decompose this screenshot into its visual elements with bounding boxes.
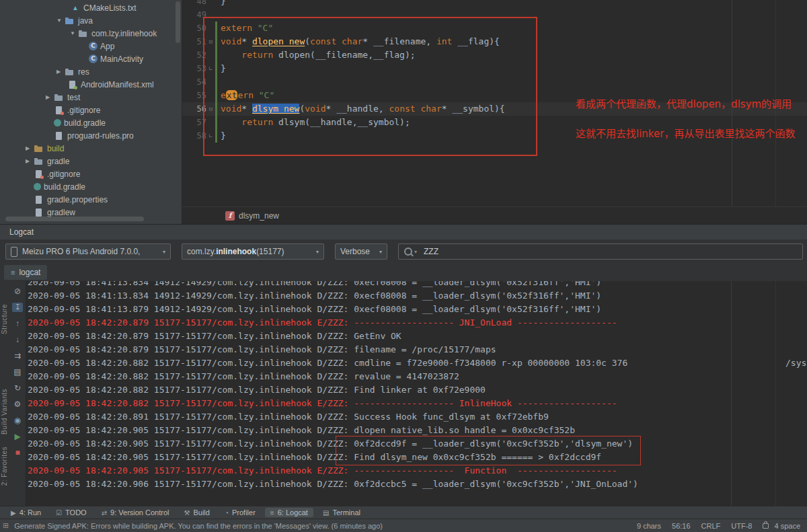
stop-icon[interactable]: ■ [12, 448, 23, 457]
tree-item-gradle-properties[interactable]: gradle.properties [0, 193, 182, 206]
toolwindow-button-label: Terminal [332, 508, 360, 517]
toolwindow-button-terminal[interactable]: ▤Terminal [317, 508, 366, 517]
fold-marker-icon[interactable]: ∟ [206, 129, 215, 143]
screen-record-icon[interactable]: ▶ [12, 432, 23, 441]
code-line[interactable]: 49 [182, 8, 807, 22]
tree-item-com-lzy-inlinehook[interactable]: ▼com.lzy.inlinehook [0, 27, 182, 40]
page-icon [54, 131, 65, 141]
manifest-icon [67, 80, 78, 89]
status-indent[interactable]: 4 space [774, 522, 800, 530]
tree-item-java[interactable]: ▼java [0, 14, 182, 27]
log-line: 2020-09-05 18:42:20.905 15177-15177/com.… [28, 451, 807, 464]
clear-logcat-icon[interactable]: ⊘ [12, 287, 23, 296]
toolwindow-button-todo[interactable]: ☑TODO [50, 508, 92, 517]
process-pid: (15177) [256, 247, 284, 256]
status-message[interactable]: Generate Signed APK: Errors while buildi… [14, 522, 637, 530]
tree-item-build[interactable]: ▶build [0, 142, 182, 155]
fold-marker-icon[interactable]: ⊟ [206, 102, 215, 116]
code-line[interactable]: 48} [182, 0, 807, 8]
project-horizontal-scrollbar[interactable] [5, 217, 144, 221]
tree-arrow-icon[interactable]: ▶ [56, 69, 65, 75]
tree-item-gradle[interactable]: ▶gradle [0, 155, 182, 167]
scroll-up-icon[interactable]: ↑ [12, 319, 23, 328]
code-text: void* dlsym_new(void* __handle, const ch… [217, 102, 505, 116]
logcat-settings-icon[interactable]: ⚙ [12, 400, 23, 409]
tree-item-app[interactable]: CApp [0, 40, 182, 52]
tool-stripe-build-variants[interactable]: Build Variants [1, 389, 8, 434]
fold-marker-icon[interactable]: ⊟ [206, 35, 215, 48]
code-text: } [217, 129, 226, 143]
process-dropdown[interactable]: com.lzy.inlinehook (15177) ▾ [182, 243, 324, 260]
code-line[interactable]: 53∟} [182, 62, 807, 75]
git-icon [54, 106, 65, 115]
tree-arrow-icon[interactable]: ▼ [56, 17, 65, 24]
tree-item-proguard-rules-pro[interactable]: proguard-rules.pro [0, 129, 182, 142]
tree-item-res[interactable]: ▶res [0, 65, 182, 78]
tab-logcat[interactable]: ≡ logcat [4, 265, 47, 280]
tree-arrow-icon[interactable]: ▶ [46, 94, 54, 100]
tree-item--gitignore[interactable]: .gitignore [0, 104, 182, 116]
line-number: 53 [182, 62, 206, 75]
tree-arrow-icon[interactable]: ▶ [26, 158, 34, 164]
tree-item-label: proguard-rules.pro [67, 131, 134, 141]
code-line[interactable]: 51⊟void* dlopen_new(const char* __filena… [182, 35, 807, 48]
scroll-down-icon[interactable]: ↓ [12, 335, 23, 344]
status-encoding[interactable]: UTF-8 [731, 522, 752, 530]
toolwindow-button-9-version-control[interactable]: ⇄9: Version Control [96, 508, 175, 517]
code-line[interactable]: 52 return dlopen(__filename,__flag); [182, 48, 807, 62]
tree-item-build-gradle[interactable]: build.gradle [0, 180, 182, 193]
logcat-body: StructureBuild Variants2: Favorites ⊘↧↑↓… [0, 281, 807, 506]
toolwindow-button-profiler[interactable]: ◔Profiler [219, 508, 261, 517]
log-lines: 2020-09-05 18:41:13.834 14912-14929/com.… [28, 281, 807, 491]
tree-item-androidmanifest-xml[interactable]: AndroidManifest.xml [0, 78, 182, 91]
logcat-search-input[interactable]: ▾ ZZZ [398, 243, 803, 260]
status-chars: 9 chars [637, 522, 661, 530]
tree-item-test[interactable]: ▶test [0, 91, 182, 104]
code-line[interactable]: 50extern "C" [182, 22, 807, 35]
tree-item-label: gradlew [47, 208, 75, 217]
line-number: 49 [182, 8, 206, 22]
status-line-ending[interactable]: CRLF [701, 522, 721, 530]
scroll-to-end-icon[interactable]: ↧ [12, 303, 23, 312]
cmake-icon: ▲ [70, 3, 81, 13]
project-vertical-scrollbar[interactable] [176, 1, 180, 43]
props-icon [34, 195, 44, 204]
code-text: extern "C" [217, 89, 274, 102]
page-icon [34, 208, 44, 217]
toolwindow-button-6-logcat[interactable]: ≡6: Logcat [265, 508, 313, 517]
tree-arrow-icon[interactable]: ▼ [70, 30, 78, 36]
device-dropdown[interactable]: Meizu PRO 6 Plus Android 7.0.0, ▾ [5, 243, 171, 260]
fold-marker-icon[interactable]: ∟ [206, 62, 215, 75]
toolwindow-button-4-run[interactable]: ▶4: Run [5, 508, 46, 517]
search-history-chevron-icon[interactable]: ▾ [414, 249, 417, 255]
toolwindow-button-build[interactable]: ⚒Build [179, 508, 215, 517]
class-icon: C [89, 54, 98, 63]
line-number: 51 [182, 35, 206, 48]
lock-icon[interactable] [763, 523, 769, 529]
log-output[interactable]: 2020-09-05 18:41:13.834 14912-14929/com.… [26, 281, 807, 506]
editor[interactable]: 48}4950extern "C"51⊟void* dlopen_new(con… [182, 0, 807, 224]
fold-spacer [206, 116, 215, 129]
tree-item-label: build.gradle [44, 182, 85, 192]
toolwindow-button-icon: ▤ [323, 509, 329, 517]
tree-item-mainactivity[interactable]: CMainActivity [0, 52, 182, 65]
status-caret-position[interactable]: 56:16 [672, 522, 691, 530]
code-line[interactable]: 54 [182, 75, 807, 89]
tool-stripe-2-favorites[interactable]: 2: Favorites [1, 447, 8, 486]
annotation-text: 看成两个代理函数，代理dlopen，dlsym的调用 [576, 96, 792, 110]
soft-wrap-icon[interactable]: ⇉ [12, 351, 23, 360]
restart-icon[interactable]: ↻ [12, 383, 23, 393]
print-icon[interactable]: ▤ [12, 367, 23, 377]
breadcrumb-label[interactable]: dlsym_new [239, 211, 279, 221]
tree-item--gitignore[interactable]: .gitignore [0, 167, 182, 180]
fold-spacer [206, 0, 215, 8]
tree-arrow-icon[interactable]: ▶ [26, 145, 34, 151]
line-number: 52 [182, 48, 206, 62]
toolwindow-toggle-icon[interactable]: ⊞ [3, 521, 9, 530]
screenshot-icon[interactable]: ◉ [12, 416, 23, 425]
tree-item-cmakelists-txt[interactable]: ▲CMakeLists.txt [0, 1, 182, 14]
tree-item-build-gradle[interactable]: build.gradle [0, 116, 182, 129]
log-level-dropdown[interactable]: Verbose ▾ [335, 243, 387, 260]
tool-stripe-structure[interactable]: Structure [1, 304, 8, 334]
search-icon [404, 248, 412, 256]
